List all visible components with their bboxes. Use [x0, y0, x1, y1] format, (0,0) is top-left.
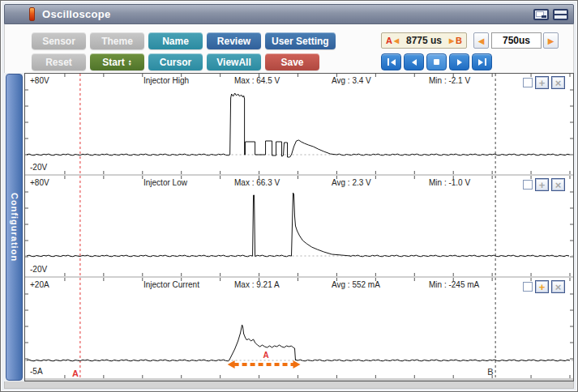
user-setting-button[interactable]: User Setting — [265, 32, 336, 49]
close-channel-button[interactable]: × — [551, 178, 565, 191]
cursor-a-label: A — [386, 36, 392, 45]
range-top-label: +80V — [30, 76, 49, 85]
save-button[interactable]: Save — [265, 53, 319, 70]
timebase-prev-button[interactable]: ◀ — [473, 32, 489, 49]
sensor-button[interactable]: Sensor — [32, 32, 86, 49]
channel-title: Injector High — [143, 76, 189, 85]
max-value: Max : 64.5 V — [234, 76, 280, 85]
start-button[interactable]: Start ▲▼ — [90, 53, 144, 70]
reset-button[interactable]: Reset — [32, 53, 86, 70]
playback-skip-start-button[interactable] — [381, 53, 401, 70]
cursor-button[interactable]: Cursor — [148, 53, 203, 70]
channel-title: Injector Low — [143, 178, 187, 187]
range-bottom-label: -20V — [30, 163, 47, 172]
channel-controls: + × — [523, 280, 565, 293]
b-right-arrow-icon: ▶ — [449, 37, 454, 45]
viewall-button[interactable]: ViewAll — [207, 53, 261, 70]
max-value: Max : 66.3 V — [234, 178, 280, 187]
left-arrow-icon: ◀ — [478, 36, 485, 45]
channel-injector-current: AAB +20A Injector Current Max : 9.21 A A… — [25, 278, 573, 378]
triangle-left-icon — [391, 59, 396, 66]
channel-controls: + × — [523, 76, 565, 89]
toolbar-row-2: Reset Start ▲▼ Cursor ViewAll Save — [32, 53, 319, 70]
timebase-next-button[interactable]: ▶ — [543, 32, 559, 49]
channel-checkbox[interactable] — [523, 282, 533, 292]
range-top-label: +80V — [30, 178, 49, 187]
channel-title: Injector Current — [143, 280, 199, 289]
triangle-left-icon — [412, 59, 417, 66]
svg-text:A: A — [72, 369, 79, 378]
sidebar-tab-configuration[interactable]: Configuration — [6, 74, 23, 381]
cursor-b-label: B — [456, 36, 462, 45]
window-bottom-frame — [4, 381, 574, 389]
svg-text:A: A — [263, 351, 269, 360]
avg-value: Avg : 2.3 V — [332, 178, 371, 187]
app-window: Oscilloscope Sensor Theme Name Review Us… — [0, 0, 578, 392]
sidebar: Configuration — [4, 73, 24, 381]
screen-capture-icon[interactable] — [533, 9, 549, 20]
app-icon — [29, 7, 35, 21]
channel-injector-high: +80V Injector High Max : 64.5 V Avg : 3.… — [25, 74, 573, 174]
sidebar-tab-label: Configuration — [10, 193, 19, 262]
channel-checkbox[interactable] — [523, 78, 533, 87]
channel-3-plot[interactable]: AAB — [25, 278, 573, 378]
plot-region: Configuration +80V Injector High Max : 6… — [4, 73, 574, 381]
channel-checkbox[interactable] — [523, 180, 533, 190]
start-spinner-icon: ▲▼ — [128, 59, 132, 66]
theme-button[interactable]: Theme — [90, 32, 144, 49]
channel-injector-low: +80V Injector Low Max : 66.3 V Avg : 2.3… — [25, 176, 573, 276]
triangle-right-icon — [478, 59, 483, 66]
name-button[interactable]: Name — [148, 32, 203, 49]
timebase-value[interactable]: 750us — [491, 32, 542, 49]
tile-layout-icon[interactable] — [553, 9, 568, 20]
zoom-plus-button[interactable]: + — [535, 280, 549, 293]
avg-value: Avg : 3.4 V — [332, 76, 371, 85]
channel-stack: +80V Injector High Max : 64.5 V Avg : 3.… — [24, 73, 574, 381]
close-channel-button[interactable]: × — [551, 280, 565, 293]
zoom-plus-button[interactable]: + — [535, 76, 549, 89]
playback-step-forward-button[interactable] — [449, 53, 469, 70]
a-left-arrow-icon: ◀ — [394, 37, 399, 45]
min-value: Min : -2.1 V — [429, 76, 470, 85]
playback-controls — [381, 53, 492, 70]
range-bottom-label: -5A — [30, 367, 43, 376]
review-button[interactable]: Review — [207, 32, 261, 49]
bar-icon — [387, 58, 389, 66]
channel-controls: + × — [523, 178, 565, 191]
playback-stop-button[interactable] — [426, 53, 447, 70]
window-title: Oscilloscope — [42, 8, 529, 20]
right-arrow-icon: ▶ — [548, 36, 554, 45]
start-button-label: Start — [102, 57, 124, 68]
max-value: Max : 9.21 A — [234, 280, 280, 289]
triangle-right-icon — [457, 59, 462, 66]
bar-icon — [485, 58, 486, 66]
min-value: Min : -1.0 V — [429, 178, 470, 187]
svg-text:B: B — [487, 367, 493, 377]
range-top-label: +20A — [30, 280, 49, 289]
title-bar: Oscilloscope — [4, 4, 574, 24]
ab-time-readout: A ◀ 8775 us ▶ B — [381, 32, 467, 49]
channel-1-plot[interactable] — [25, 74, 573, 174]
channel-2-plot[interactable] — [25, 176, 573, 276]
playback-skip-end-button[interactable] — [472, 53, 492, 70]
range-bottom-label: -20V — [30, 265, 47, 274]
ab-delta-value: 8775 us — [400, 35, 447, 46]
toolbar: Sensor Theme Name Review User Setting Re… — [4, 24, 574, 73]
toolbar-row-1: Sensor Theme Name Review User Setting — [32, 32, 336, 49]
close-channel-button[interactable]: × — [551, 76, 565, 89]
avg-value: Avg : 552 mA — [332, 280, 380, 289]
zoom-plus-button[interactable]: + — [535, 178, 549, 191]
min-value: Min : -245 mA — [429, 280, 479, 289]
playback-step-back-button[interactable] — [404, 53, 424, 70]
stop-icon — [434, 59, 439, 65]
